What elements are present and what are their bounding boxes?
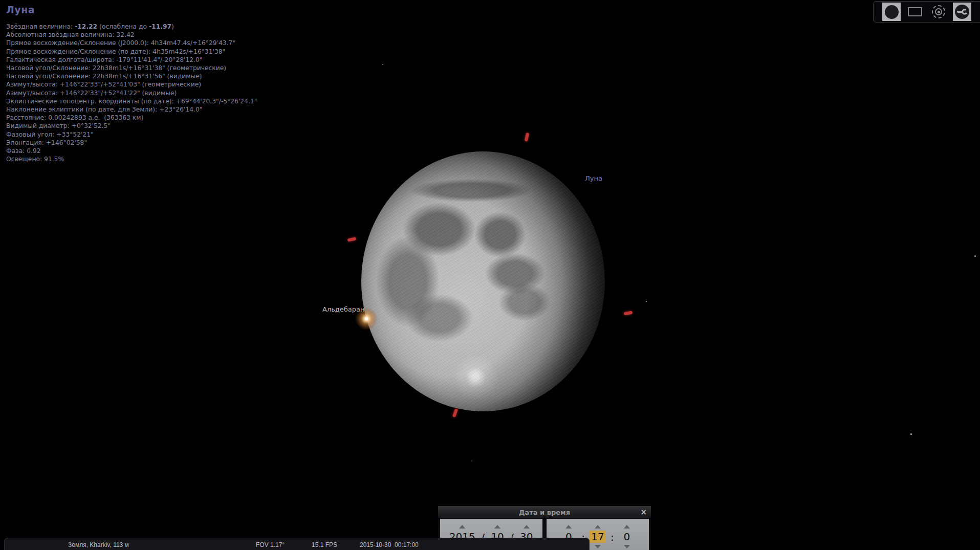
second-value[interactable]: 0 [623,531,630,543]
month-up-arrow-icon[interactable] [494,525,500,529]
info-line: Часовой угол/Склонение: 22h38m1s/+16°31'… [6,64,257,72]
info-line: Прямое восхождение/Склонение (по дате): … [6,48,257,56]
time-separator: : [611,530,614,543]
star[interactable] [382,64,383,65]
minute-down-arrow-icon[interactable] [595,545,601,548]
star[interactable] [646,301,647,302]
wrench-icon [954,4,970,19]
object-title: Луна [6,4,257,15]
star[interactable] [974,255,976,257]
top-right-toolbar [873,1,980,23]
center-target-button[interactable] [929,3,948,21]
magnitude-end: ) [171,23,174,30]
fps-status: 15.1 FPS [312,541,337,548]
close-icon[interactable]: × [640,507,647,517]
hour-up-arrow-icon[interactable] [565,525,572,529]
location-status: Земля, Kharkiv, 113 м [68,541,129,548]
second-spinner: 0 [618,525,636,548]
stellarium-sky-view[interactable]: Луна Звёздная величина: -12.22 (ослаблен… [0,0,980,550]
satellite-marker[interactable] [347,237,357,241]
info-line: Освещено: 91.5% [6,155,257,163]
settings-button[interactable] [953,3,971,21]
magnitude-mid: (ослаблена до [97,23,149,30]
day-up-arrow-icon[interactable] [524,525,530,529]
rectangle-icon [908,7,922,16]
info-line: Эклиптические топоцентр. координаты (по … [6,97,257,105]
info-line: Часовой угол/Склонение: 22h38m1s/+16°31'… [6,72,257,80]
datetime-dialog-titlebar[interactable]: Дата и время × [438,506,651,518]
minute-up-arrow-icon[interactable] [595,525,601,529]
satellite-marker[interactable] [624,311,633,316]
minute-value[interactable]: 17 [590,531,605,543]
minute-spinner: 17 [589,525,606,548]
star[interactable] [910,433,912,435]
bullseye-icon [931,5,946,19]
star [471,460,472,461]
info-line: Азимут/высота: +146°22'33"/+52°41'22" (в… [6,89,257,97]
info-line: Фаза: 0.92 [6,147,257,155]
datetime-dialog-title: Дата и время [519,509,570,516]
satellite-marker[interactable] [525,133,529,142]
moon-label: Луна [585,174,602,182]
info-line: Фазовый угол: +33°52'21" [6,130,257,139]
aldebaran-label: Альдебаран [322,305,365,313]
frame-view-button[interactable] [906,3,924,21]
info-line: Прямое восхождение/Склонение (J2000.0): … [6,39,257,47]
info-line: Расстояние: 0.00242893 а.е. (363363 км) [6,114,257,122]
info-line: Видимый диаметр: +0°32'52.5" [6,122,257,130]
magnitude-extincted-value: -11.97 [149,23,171,30]
year-up-arrow-icon[interactable] [459,525,465,529]
satellite-marker[interactable] [452,408,458,417]
full-disc-view-button[interactable] [882,3,901,21]
filled-circle-icon [885,5,899,19]
status-bar: Земля, Kharkiv, 113 м FOV 1.17° 15.1 FPS… [4,538,590,550]
second-up-arrow-icon[interactable] [624,525,630,529]
magnitude-value: -12.22 [75,23,97,30]
info-line: Элонгация: +146°02'58" [6,139,257,147]
info-line-magnitude: Звёздная величина: -12.22 (ослаблена до … [6,23,257,31]
selected-object-info: Луна Звёздная величина: -12.22 (ослаблен… [6,4,257,163]
datetime-status: 2015-10-30 00:17:00 [360,541,419,548]
info-line: Азимут/высота: +146°22'33"/+52°41'03" (г… [6,80,257,89]
fov-status: FOV 1.17° [256,541,285,548]
magnitude-label: Звёздная величина: [6,23,75,30]
second-down-arrow-icon[interactable] [624,545,630,548]
moon-image[interactable] [361,151,605,411]
info-line: Абсолютная звёздная величина: 32.42 [6,31,257,39]
info-line: Наклонение эклиптики (по дате, для Земли… [6,105,257,114]
info-line: Галактическая долгота/широта: -179°11'41… [6,56,257,64]
